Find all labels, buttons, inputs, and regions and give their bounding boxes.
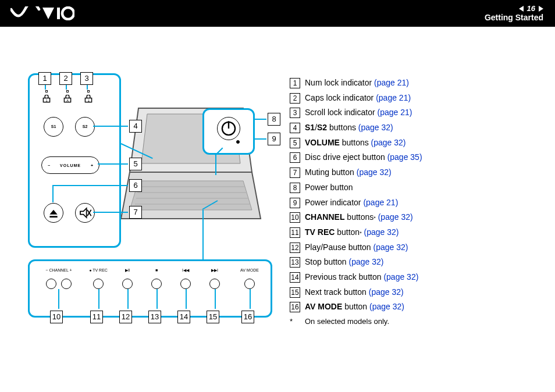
legend-number: 9 bbox=[290, 198, 300, 208]
page-number-value: 16 bbox=[527, 4, 535, 13]
legend-number: 5 bbox=[290, 138, 300, 148]
legend-number: 1 bbox=[290, 78, 300, 88]
legend-number: 7 bbox=[290, 168, 300, 178]
channel-up-icon bbox=[61, 279, 72, 289]
legend-number: 14 bbox=[290, 272, 300, 283]
scrolllock-icon: ⤓ bbox=[84, 95, 92, 103]
legend-number: 6 bbox=[290, 152, 300, 163]
legend-number: 13 bbox=[290, 257, 300, 268]
section-title: Getting Started bbox=[485, 13, 543, 23]
page-link[interactable]: (page 32) bbox=[364, 226, 399, 239]
legend-text: button bbox=[335, 226, 360, 239]
footnote-text: On selected models only. bbox=[305, 316, 389, 327]
legend-number: 8 bbox=[290, 183, 300, 193]
callout-7: 7 bbox=[129, 206, 142, 219]
capslock-icon: A bbox=[63, 95, 72, 103]
callout-2: 2 bbox=[59, 72, 72, 85]
power-detail-panel bbox=[202, 108, 255, 155]
legend-row: 10CHANNEL buttons* (page 32) bbox=[290, 211, 534, 224]
power-indicator-icon bbox=[236, 140, 240, 144]
callout-15: 15 bbox=[207, 311, 219, 323]
next-page-icon[interactable] bbox=[539, 6, 543, 12]
legend-row: 4S1/S2 buttons (page 32) bbox=[290, 122, 534, 134]
callout-16: 16 bbox=[241, 311, 254, 323]
legend-text: Previous track button bbox=[305, 271, 383, 284]
page-link[interactable]: (page 21) bbox=[363, 197, 398, 209]
prev-page-icon[interactable] bbox=[519, 6, 524, 12]
svg-text:⤓: ⤓ bbox=[87, 99, 90, 102]
legend-row: 2Caps lock indicator (page 21) bbox=[290, 92, 534, 105]
page-number: 16 bbox=[519, 4, 543, 13]
legend-text: buttons bbox=[340, 137, 371, 149]
page-link[interactable]: (page 32) bbox=[373, 241, 408, 254]
legend-row: 11TV REC button* (page 32) bbox=[290, 226, 534, 239]
legend-number: 3 bbox=[290, 108, 300, 118]
callout-5: 5 bbox=[129, 158, 142, 170]
header-right: 16 Getting Started bbox=[485, 4, 543, 23]
footnote-mark: * bbox=[290, 316, 305, 327]
svg-text:1: 1 bbox=[45, 99, 47, 102]
tvrec-icon bbox=[93, 279, 104, 289]
page-link[interactable]: (page 32) bbox=[349, 256, 384, 269]
page-link[interactable]: (page 32) bbox=[357, 166, 392, 179]
callout-11: 11 bbox=[90, 311, 103, 323]
legend-text: Next track button bbox=[305, 286, 369, 299]
legend-row: 8Power button bbox=[290, 181, 534, 194]
page-link[interactable]: (page 32) bbox=[371, 137, 406, 149]
page-link[interactable]: (page 32) bbox=[369, 286, 404, 299]
legend-row: 16AV MODE button (page 32) bbox=[290, 301, 534, 313]
callout-4: 4 bbox=[129, 120, 142, 133]
page-link[interactable]: (page 32) bbox=[383, 271, 418, 284]
callout-12: 12 bbox=[119, 311, 132, 323]
legend-number: 16 bbox=[290, 302, 300, 312]
callout-9: 9 bbox=[268, 133, 280, 145]
legend-row: 14Previous track button (page 32) bbox=[290, 271, 534, 284]
page: 16 Getting Started bbox=[0, 0, 555, 392]
numlock-icon: 1 bbox=[42, 95, 51, 103]
legend-text: Caps lock indicator bbox=[305, 92, 376, 105]
page-link[interactable]: (page 35) bbox=[387, 151, 422, 164]
legend-text: button bbox=[342, 301, 369, 313]
channel-down-icon bbox=[46, 279, 56, 289]
page-link[interactable]: (page 21) bbox=[374, 77, 409, 90]
header-bar: 16 Getting Started bbox=[0, 0, 555, 27]
s2-button-icon: S2 bbox=[75, 117, 95, 137]
legend-row: 12Play/Pause button (page 32) bbox=[290, 241, 534, 254]
legend-text: Play/Pause button bbox=[305, 241, 373, 254]
legend-text: Power indicator bbox=[305, 197, 363, 209]
page-link[interactable]: (page 32) bbox=[358, 122, 393, 134]
svg-text:A: A bbox=[66, 99, 69, 102]
page-link[interactable]: (page 21) bbox=[376, 92, 411, 105]
legend-text: TV REC bbox=[305, 226, 335, 239]
legend-text: Muting button bbox=[305, 166, 357, 179]
page-link[interactable]: (page 32) bbox=[369, 301, 404, 313]
vaio-logo bbox=[10, 6, 74, 20]
prev-track-icon bbox=[180, 279, 191, 289]
legend-row: 7Muting button (page 32) bbox=[290, 166, 534, 179]
legend-text: Num lock indicator bbox=[305, 77, 374, 90]
svg-point-1 bbox=[62, 8, 74, 19]
callout-6: 6 bbox=[129, 179, 142, 192]
legend-row: 9Power indicator (page 21) bbox=[290, 197, 534, 209]
legend-text: S1 bbox=[305, 122, 315, 134]
legend-text: buttons bbox=[327, 122, 358, 134]
callout-14: 14 bbox=[177, 311, 190, 323]
legend-row: 1Num lock indicator (page 21) bbox=[290, 77, 534, 90]
vaio-logo-svg bbox=[10, 6, 74, 20]
legend-number: 12 bbox=[290, 243, 300, 253]
legend-text: CHANNEL bbox=[305, 211, 344, 224]
svg-marker-18 bbox=[49, 210, 57, 215]
mute-button-icon bbox=[75, 203, 95, 223]
media-button-panel: − CHANNEL + ● TV REC ▶II ■ I◀◀ ▶▶I AV MO… bbox=[28, 259, 272, 318]
page-link[interactable]: (page 32) bbox=[378, 211, 413, 224]
avmode-icon bbox=[244, 279, 255, 289]
callout-10: 10 bbox=[50, 311, 63, 323]
legend-number: 2 bbox=[290, 93, 300, 104]
legend-text: Disc drive eject button bbox=[305, 151, 387, 164]
legend-text: Stop button bbox=[305, 256, 349, 269]
content: 8 9 1 A ⤓ S1 S2 − VOLUME bbox=[0, 27, 555, 392]
legend-number: 10 bbox=[290, 212, 300, 223]
callout-3: 3 bbox=[80, 72, 93, 85]
page-link[interactable]: (page 21) bbox=[378, 106, 412, 119]
stop-icon bbox=[151, 279, 162, 289]
